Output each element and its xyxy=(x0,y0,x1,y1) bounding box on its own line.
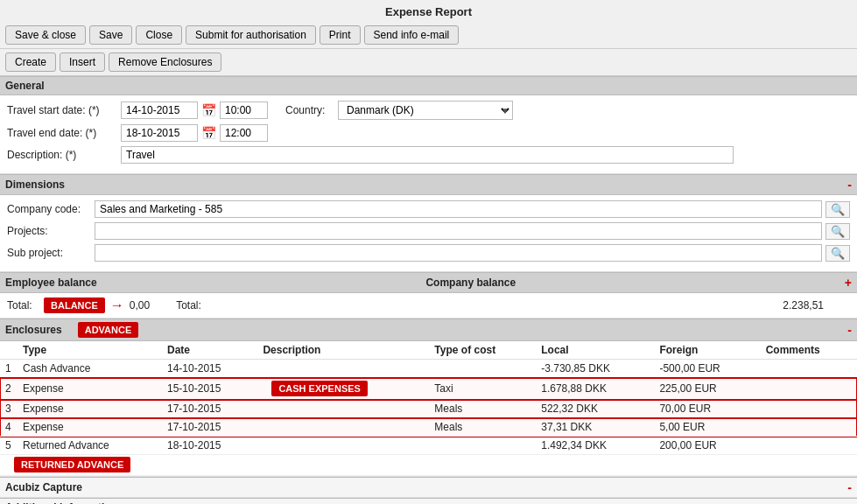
projects-input[interactable] xyxy=(95,222,822,240)
projects-label: Projects: xyxy=(7,225,95,237)
returned-advance-annotation: RETURNED ADVANCE xyxy=(14,457,130,472)
remove-enclosures-button[interactable]: Remove Enclosures xyxy=(109,52,221,72)
travel-end-date-input[interactable] xyxy=(121,124,198,142)
company-balance-label: Company balance xyxy=(97,276,845,289)
travel-start-row: Travel start date: (*) 📅 Country: Danmar… xyxy=(7,101,850,120)
save-close-button[interactable]: Save & close xyxy=(5,25,86,45)
country-label: Country: xyxy=(285,104,338,116)
enclosures-toggle[interactable]: - xyxy=(847,323,852,337)
balance-arrow: → xyxy=(110,298,124,313)
row-comments xyxy=(761,360,857,378)
description-input[interactable] xyxy=(121,146,734,164)
enclosures-section: Type Date Description Type of cost Local… xyxy=(0,341,857,477)
general-section: Travel start date: (*) 📅 Country: Danmar… xyxy=(0,95,857,174)
acubiz-header-label: Acubiz Capture xyxy=(5,481,82,494)
submit-button[interactable]: Submit for authorisation xyxy=(186,25,316,45)
total-right-value: 2.238,51 xyxy=(783,299,824,312)
enclosures-section-header: Enclosures ADVANCE - xyxy=(0,318,857,341)
total-left-label: Total: xyxy=(7,299,32,312)
print-button[interactable]: Print xyxy=(320,25,361,45)
company-code-label: Company code: xyxy=(7,203,95,215)
calendar-start-icon[interactable]: 📅 xyxy=(201,103,216,117)
row-comments xyxy=(761,378,857,400)
total-left-value: 0,00 xyxy=(130,299,150,312)
travel-start-date-input[interactable] xyxy=(121,102,198,119)
row-comments xyxy=(761,437,857,455)
row-num: 2 xyxy=(0,378,18,400)
sub-project-label: Sub project: xyxy=(7,247,95,259)
dimensions-header-label: Dimensions xyxy=(5,178,65,191)
insert-button[interactable]: Insert xyxy=(60,52,105,72)
sub-project-input[interactable] xyxy=(95,244,822,262)
row-num: 1 xyxy=(0,360,18,378)
travel-start-time-input[interactable] xyxy=(220,102,268,119)
enclosures-table: Type Date Description Type of cost Local… xyxy=(0,341,857,476)
returned-advance-annotation-row: RETURNED ADVANCE xyxy=(0,455,857,476)
table-row[interactable]: 4Expense17-10-2015Meals37,31 DKK5,00 EUR xyxy=(0,418,857,437)
projects-row: Projects: 🔍 xyxy=(7,222,850,240)
table-row[interactable]: 5Returned Advance18-10-20151.492,34 DKK2… xyxy=(0,437,857,455)
col-foreign: Foreign xyxy=(654,341,760,360)
col-type-of-cost: Type of cost xyxy=(429,341,536,360)
col-num xyxy=(0,341,18,360)
dimensions-toggle[interactable]: - xyxy=(847,178,852,192)
general-header-label: General xyxy=(5,80,45,92)
sub-project-row: Sub project: 🔍 xyxy=(7,244,850,262)
row-comments xyxy=(761,418,857,437)
dimensions-section-header: Dimensions - xyxy=(0,174,857,195)
close-button[interactable]: Close xyxy=(136,25,182,45)
table-row[interactable]: 1Cash Advance14-10-2015-3.730,85 DKK-500… xyxy=(0,360,857,378)
travel-start-label: Travel start date: (*) xyxy=(7,104,121,116)
row-num: 3 xyxy=(0,400,18,418)
col-date: Date xyxy=(162,341,257,360)
travel-end-label: Travel end date: (*) xyxy=(7,127,121,139)
acubiz-toggle[interactable]: - xyxy=(847,480,852,494)
col-type: Type xyxy=(18,341,162,360)
description-label: Description: (*) xyxy=(7,149,121,161)
balance-toggle[interactable]: + xyxy=(845,276,852,290)
travel-end-row: Travel end date: (*) 📅 xyxy=(7,124,850,142)
col-local: Local xyxy=(536,341,654,360)
row-num: 5 xyxy=(0,437,18,455)
cash-expenses-annotation: CASH EXPENSES xyxy=(271,381,368,396)
row-comments xyxy=(761,400,857,418)
create-button[interactable]: Create xyxy=(5,52,56,72)
save-button[interactable]: Save xyxy=(89,25,132,45)
country-select-wrapper[interactable]: Danmark (DK) xyxy=(338,101,513,120)
col-comments: Comments xyxy=(761,341,857,360)
send-info-button[interactable]: Send info e-mail xyxy=(364,25,460,45)
page-title: Expense Report xyxy=(0,0,857,22)
toolbar-row1: Save & close Save Close Submit for autho… xyxy=(0,22,857,49)
description-row: Description: (*) xyxy=(7,146,850,164)
advance-annotation: ADVANCE xyxy=(78,322,139,338)
balance-annotation: BALANCE xyxy=(44,298,105,313)
dimensions-section: Company code: 🔍 Projects: 🔍 Sub project:… xyxy=(0,195,857,272)
country-select[interactable]: Danmark (DK) xyxy=(338,101,513,120)
table-header-row: Type Date Description Type of cost Local… xyxy=(0,341,857,360)
table-row[interactable]: 3Expense17-10-2015Meals522,32 DKK70,00 E… xyxy=(0,400,857,418)
table-row[interactable]: 2Expense15-10-2015CASH EXPENSESTaxi1.678… xyxy=(0,378,857,400)
col-description: Description xyxy=(257,341,429,360)
projects-search-button[interactable]: 🔍 xyxy=(825,223,850,240)
row-num: 4 xyxy=(0,418,18,437)
calendar-end-icon[interactable]: 📅 xyxy=(201,126,216,140)
balance-row: Total: BALANCE → 0,00 Total: 2.238,51 xyxy=(0,293,857,318)
general-section-header: General xyxy=(0,76,857,95)
acubiz-section-header: Acubiz Capture - xyxy=(0,477,857,498)
additional-section-header: Additional information xyxy=(0,498,857,504)
company-code-input[interactable] xyxy=(95,200,822,218)
balance-section-header: Employee balance Company balance + xyxy=(0,272,857,293)
balance-section: Total: BALANCE → 0,00 Total: 2.238,51 xyxy=(0,293,857,318)
sub-project-search-button[interactable]: 🔍 xyxy=(825,245,850,262)
toolbar-row2: Create Insert Remove Enclosures xyxy=(0,49,857,76)
company-code-search-button[interactable]: 🔍 xyxy=(825,201,850,218)
total-right-label: Total: xyxy=(176,299,201,312)
travel-end-time-input[interactable] xyxy=(220,124,268,142)
enclosures-header-label: Enclosures xyxy=(5,324,62,336)
employee-balance-label: Employee balance xyxy=(5,276,97,289)
company-code-row: Company code: 🔍 xyxy=(7,200,850,218)
